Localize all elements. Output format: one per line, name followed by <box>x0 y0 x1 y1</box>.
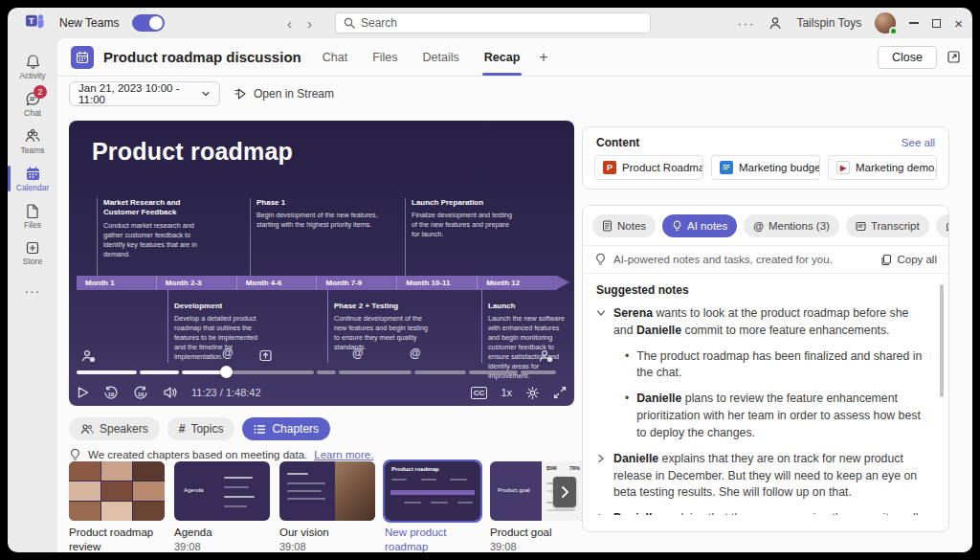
sidebar-item-activity[interactable]: Activity <box>8 48 57 85</box>
teams-window: T New Teams ‹ › Search ··· Tailspin Toys… <box>8 8 972 552</box>
chapter-thumb-product-roadmap-review[interactable]: Product roadmap review <box>69 461 165 552</box>
slide-section: Development Develop a detailed product r… <box>167 290 267 363</box>
note-text: Danielle explains that they are managing… <box>613 510 927 515</box>
captions-icon[interactable]: CC <box>471 387 488 399</box>
chevron-down-icon[interactable] <box>596 308 606 340</box>
forward-arrow-icon[interactable]: › <box>307 15 312 32</box>
seek-segment[interactable] <box>469 370 518 374</box>
search-input[interactable]: Search <box>335 12 651 34</box>
add-tab-button[interactable]: + <box>539 49 547 66</box>
play-icon[interactable] <box>77 386 89 399</box>
ai-lightbulb-icon <box>672 220 682 232</box>
seek-segment[interactable] <box>227 370 314 374</box>
seek-segment[interactable] <box>317 370 336 374</box>
speaker-marker-icon[interactable] <box>80 348 97 364</box>
playhead[interactable] <box>220 366 233 378</box>
slide-title: Product roadmap <box>92 138 293 166</box>
sidebar-item-store[interactable]: Store <box>8 235 57 272</box>
chat-badge: 2 <box>33 85 47 99</box>
file-chip-marketing-budget[interactable]: Marketing budget... <box>711 155 820 180</box>
slide-section: Launch Launch the new software with enha… <box>481 290 569 363</box>
mention-marker-icon[interactable]: @ <box>352 347 364 360</box>
tab-details[interactable]: Details <box>423 38 459 76</box>
avatar[interactable] <box>875 12 896 34</box>
tab-chat[interactable]: Chat <box>323 38 347 76</box>
skip-forward-10-icon[interactable]: 10 <box>133 386 148 400</box>
time-display: 11:23 / 1:48:42 <box>191 387 261 398</box>
thumbnails-next-button[interactable] <box>553 477 576 507</box>
sidebar: Activity Chat 2 Teams Calendar Files Sto… <box>8 38 57 552</box>
seek-segment[interactable] <box>414 370 466 374</box>
seek-segment[interactable] <box>140 370 179 374</box>
see-all-link[interactable]: See all <box>902 137 935 148</box>
popout-icon[interactable] <box>947 50 961 64</box>
video-player[interactable]: Product roadmap Market Research and Cust… <box>69 121 574 406</box>
mention-marker-icon[interactable]: @ <box>410 347 421 360</box>
maximize-button[interactable] <box>932 19 941 28</box>
svg-text:T: T <box>29 16 34 26</box>
close-button[interactable]: Close <box>878 46 937 69</box>
sidebar-item-files[interactable]: Files <box>8 197 57 235</box>
fullscreen-icon[interactable] <box>553 386 567 399</box>
share-marker-icon[interactable] <box>258 348 273 363</box>
transcript-tab[interactable]: Transcript <box>846 214 929 237</box>
note-item[interactable]: Danielle explains that they are managing… <box>596 510 927 515</box>
seek-segment[interactable] <box>77 370 137 374</box>
content-title: Content <box>596 136 639 149</box>
thumbnail-image: Product roadmap <box>385 461 480 521</box>
chat-bubble-icon <box>946 221 949 232</box>
recap-filter-pills: Speakers # Topics Chapters <box>69 417 330 440</box>
copy-all-button[interactable]: Copy all <box>880 254 937 266</box>
volume-icon[interactable] <box>163 386 178 399</box>
scrollbar-thumb[interactable] <box>940 284 944 397</box>
notes-tabs: Notes AI notes @ Mentions (3) Transcript… <box>583 206 948 246</box>
chevron-right-icon[interactable] <box>596 454 606 502</box>
date-range-select[interactable]: Jan 21, 2023 10:00 - 11:00 <box>69 81 220 106</box>
new-teams-toggle[interactable] <box>132 14 165 32</box>
sidebar-item-calendar[interactable]: Calendar <box>8 160 57 197</box>
ai-notes-tab[interactable]: AI notes <box>662 214 737 237</box>
new-teams-label: New Teams <box>59 16 119 30</box>
close-window-button[interactable]: × <box>954 16 963 31</box>
chapter-thumb-new-product-roadmap[interactable]: Product roadmap New product roadmap <box>385 461 480 552</box>
topics-pill[interactable]: # Topics <box>167 417 235 440</box>
playback-speed[interactable]: 1x <box>501 387 512 398</box>
note-item[interactable]: Serena wants to look at the product road… <box>596 305 927 340</box>
sidebar-item-teams[interactable]: Teams <box>8 123 57 160</box>
notes-tab[interactable]: Notes <box>592 214 656 237</box>
seek-segment[interactable] <box>182 370 224 374</box>
note-text: Serena wants to look at the product road… <box>613 305 927 340</box>
tab-files[interactable]: Files <box>372 38 397 76</box>
note-item[interactable]: Danielle explains that they are on track… <box>596 451 927 502</box>
open-in-stream-link[interactable]: Open in Stream <box>234 87 334 101</box>
tab-recap[interactable]: Recap <box>484 38 521 76</box>
seek-bar[interactable] <box>77 370 567 374</box>
mention-marker-icon[interactable]: @ <box>222 347 234 360</box>
slide-section: Market Research and Customer Feedback Co… <box>97 198 210 276</box>
more-options-icon[interactable]: ··· <box>737 16 755 31</box>
svg-text:10: 10 <box>108 391 115 396</box>
sidebar-more-icon[interactable]: ··· <box>25 283 41 299</box>
sidebar-item-chat[interactable]: Chat 2 <box>8 85 57 123</box>
chapter-thumb-agenda[interactable]: Agenda Agenda 39:08 <box>174 461 270 552</box>
chat-tab[interactable]: Chat <box>936 214 949 237</box>
seek-segment[interactable] <box>521 370 556 374</box>
org-name[interactable]: Tailspin Toys <box>796 16 861 30</box>
file-chip-product-roadmap[interactable]: P Product Roadmap... <box>594 155 703 180</box>
speakers-pill[interactable]: Speakers <box>69 417 160 440</box>
learn-more-link[interactable]: Learn more. <box>314 449 373 460</box>
file-chip-marketing-demo[interactable]: ▶ Marketing demo... <box>828 155 937 180</box>
back-arrow-icon[interactable]: ‹ <box>287 15 292 32</box>
svg-text:10: 10 <box>138 391 145 396</box>
presence-person-icon[interactable] <box>768 16 783 31</box>
chapters-pill[interactable]: Chapters <box>242 417 330 440</box>
speaker-marker-icon[interactable] <box>538 348 554 364</box>
hash-icon: # <box>179 422 186 436</box>
mentions-tab[interactable]: @ Mentions (3) <box>744 214 839 237</box>
seek-segment[interactable] <box>339 370 412 374</box>
skip-back-10-icon[interactable]: 10 <box>103 386 119 400</box>
settings-gear-icon[interactable] <box>525 386 540 400</box>
chevron-right-icon[interactable] <box>596 513 606 515</box>
chapter-thumb-our-vision[interactable]: Our vision 39:08 <box>279 461 375 552</box>
minimize-button[interactable] <box>909 22 919 24</box>
